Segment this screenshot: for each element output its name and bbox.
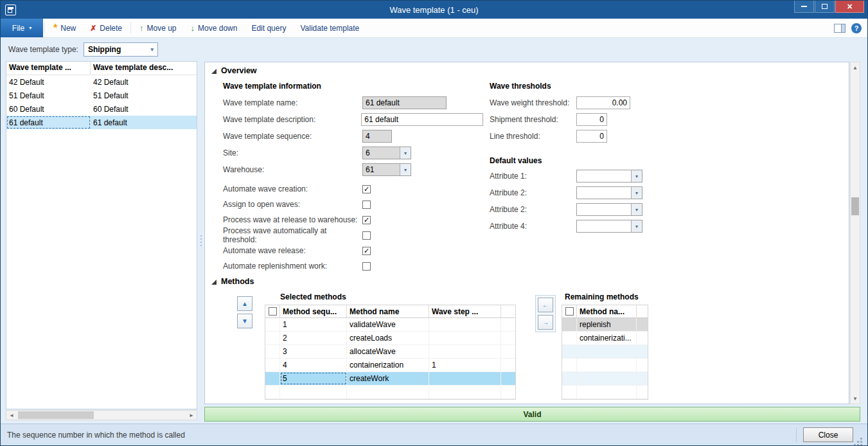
attribute-4-combo[interactable]: ▾ (576, 220, 642, 233)
field-label: Automate wave release: (223, 246, 362, 255)
table-row-selected[interactable]: 61 default 61 default (6, 116, 197, 129)
scrollbar-thumb[interactable] (18, 411, 94, 419)
minimize-button[interactable] (794, 1, 814, 13)
attribute-1-combo[interactable]: ▾ (576, 170, 642, 183)
column-header-method-name[interactable]: Method na... (577, 305, 637, 317)
column-header-method-name[interactable]: Method name (347, 305, 429, 317)
method-move-down-button[interactable]: ▼ (237, 314, 252, 328)
panel-splitter[interactable] (199, 61, 203, 420)
scrollbar-track[interactable] (17, 411, 186, 420)
new-button[interactable]: * New (46, 19, 83, 37)
table-row[interactable]: 4 containerization 1 (265, 359, 515, 372)
column-header-method-sequence[interactable]: Method sequ... (280, 305, 347, 317)
move-down-button[interactable]: ↓ Move down (184, 19, 245, 37)
remove-method-button[interactable]: → (538, 315, 553, 330)
wave-template-information-form: Wave template name: 61 default Wave temp… (223, 94, 483, 274)
edit-query-label: Edit query (251, 24, 286, 33)
close-button[interactable]: × (835, 1, 864, 13)
delete-button[interactable]: ✗ Delete (83, 19, 129, 37)
table-row[interactable]: 51 Default 51 Default (6, 89, 197, 102)
table-row-empty[interactable] (562, 386, 648, 399)
cell-method-name: createWork (347, 372, 429, 385)
table-row[interactable]: containerizati... (562, 332, 648, 345)
shipment-threshold-field[interactable]: 0 (576, 113, 607, 126)
method-reorder-buttons: ▲ ▼ (237, 296, 252, 328)
site-combo[interactable]: 6 ▾ (362, 147, 411, 159)
validate-template-label: Validate template (300, 24, 359, 33)
process-wave-at-threshold-checkbox[interactable] (362, 231, 371, 240)
move-up-button[interactable]: ↑ Move up (132, 19, 184, 37)
layout-pane-icon[interactable] (834, 24, 846, 33)
move-down-icon: ↓ (191, 23, 195, 33)
overview-section-header[interactable]: Overview (211, 66, 257, 75)
wave-template-name-field[interactable]: 61 default (362, 96, 447, 109)
automate-wave-release-checkbox[interactable]: ✓ (362, 247, 371, 255)
table-row[interactable]: 60 Default 60 Default (6, 102, 197, 116)
remaining-methods-header: Method na... (562, 305, 648, 318)
field-label: Process wave at release to warehouse: (223, 215, 362, 224)
remaining-methods-grid: Method na... replenish containerizati... (562, 305, 648, 400)
cell-method-sequence: 1 (280, 318, 347, 331)
select-all-checkbox[interactable] (565, 307, 574, 316)
warehouse-combo[interactable]: 61 ▾ (362, 163, 411, 176)
wave-weight-threshold-field[interactable]: 0.00 (576, 96, 630, 109)
methods-section-header[interactable]: Methods (211, 277, 254, 286)
field-label: Attribute 1: (490, 172, 576, 181)
automate-wave-creation-checkbox[interactable]: ✓ (362, 185, 371, 193)
table-row-empty[interactable] (562, 345, 648, 359)
scrollbar-thumb[interactable] (851, 197, 859, 215)
table-row-selected[interactable]: 5 createWork (265, 372, 515, 386)
horizontal-scrollbar[interactable]: ◄ ► (6, 410, 197, 420)
method-move-up-button[interactable]: ▲ (237, 296, 252, 311)
scroll-right-icon[interactable]: ► (186, 411, 197, 420)
maximize-button[interactable] (815, 1, 835, 13)
cell-wave-step (429, 345, 501, 358)
minimize-icon (801, 6, 807, 7)
edit-query-button[interactable]: Edit query (244, 19, 293, 37)
table-row[interactable]: 42 Default 42 Default (6, 75, 197, 89)
wave-template-sequence-field[interactable]: 4 (362, 130, 392, 143)
chevron-down-icon[interactable]: ▾ (631, 170, 642, 182)
column-header-filler (501, 305, 515, 317)
process-wave-at-release-checkbox[interactable]: ✓ (362, 216, 371, 224)
table-row[interactable]: 2 createLoads (265, 332, 515, 345)
automate-replenishment-work-checkbox[interactable] (362, 262, 371, 271)
line-threshold-field[interactable]: 0 (576, 130, 607, 143)
close-form-button[interactable]: Close (803, 427, 853, 442)
add-method-button[interactable]: ← (538, 298, 553, 312)
cell-method-sequence: 5 (280, 372, 347, 385)
attribute-3-combo[interactable]: ▾ (576, 203, 642, 216)
chevron-down-icon[interactable]: ▾ (631, 187, 642, 199)
scroll-down-icon[interactable]: ▼ (851, 393, 860, 404)
table-row-empty[interactable] (265, 386, 515, 399)
table-row-selected[interactable]: replenish (562, 318, 648, 332)
remaining-methods-title: Remaining methods (565, 292, 639, 301)
chevron-down-icon[interactable]: ▾ (631, 220, 642, 232)
table-row-empty[interactable] (562, 359, 648, 372)
wave-template-description-field[interactable]: 61 default (361, 113, 483, 126)
column-header-wave-template[interactable]: Wave template ... (6, 62, 91, 75)
column-header-wave-step[interactable]: Wave step ... (429, 305, 501, 317)
chevron-down-icon[interactable]: ▾ (400, 147, 411, 159)
attribute-2-combo[interactable]: ▾ (576, 186, 642, 199)
table-row[interactable]: 3 allocateWave (265, 345, 515, 359)
select-all-checkbox[interactable] (269, 307, 277, 316)
scroll-up-icon[interactable]: ▲ (851, 62, 860, 73)
status-bar: The sequence number in which the method … (1, 424, 867, 445)
help-icon[interactable]: ? (851, 23, 862, 33)
scroll-left-icon[interactable]: ◄ (6, 411, 17, 420)
chevron-down-icon[interactable]: ▾ (631, 204, 642, 215)
assign-to-open-waves-checkbox[interactable] (362, 201, 371, 209)
table-row[interactable]: 1 validateWave (265, 318, 515, 332)
table-row-empty[interactable] (562, 372, 648, 386)
validate-template-button[interactable]: Validate template (293, 19, 366, 37)
field-label: Attribute 2: (490, 205, 576, 214)
overview-checkboxes: Automate wave creation: ✓ Assign to open… (223, 181, 483, 274)
resize-grip-icon[interactable] (860, 438, 862, 440)
row-check-cell (265, 345, 280, 358)
wave-template-type-select[interactable]: Shipping ▾ (84, 42, 158, 57)
column-header-wave-template-desc[interactable]: Wave template desc... (91, 62, 197, 75)
chevron-down-icon[interactable]: ▾ (400, 164, 411, 175)
vertical-scrollbar[interactable]: ▲ ▼ (850, 62, 860, 404)
file-menu-button[interactable]: File ▾ (1, 19, 43, 37)
